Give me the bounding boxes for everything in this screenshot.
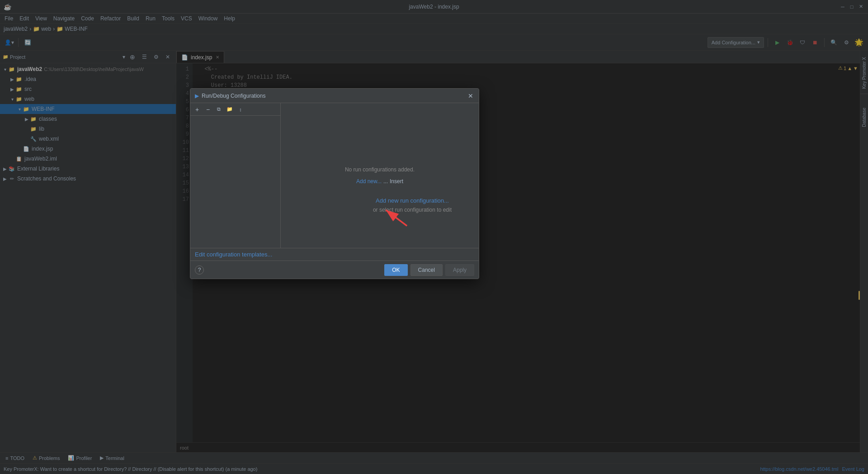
modal-tree-area xyxy=(190,116,280,248)
modal-close-button[interactable]: ✕ xyxy=(467,92,474,100)
modal-left-panel: + − ⧉ 📁 ↕ xyxy=(190,103,281,248)
modal-copy-button[interactable]: ⧉ xyxy=(214,105,224,114)
modal-insert-label: Insert xyxy=(390,178,403,185)
modal-folder-button[interactable]: 📁 xyxy=(225,105,235,114)
modal-add-config-link[interactable]: Add new run configuration... xyxy=(376,197,449,204)
modal-right-content: Add new run configuration... or select r… xyxy=(373,197,452,213)
modal-right-panel: No run configurations added. Add new... … xyxy=(281,103,479,248)
modal-title: ▶ Run/Debug Configurations xyxy=(195,93,265,99)
modal-overlay: ▶ Run/Debug Configurations ✕ + − ⧉ 📁 ↕ xyxy=(0,0,868,474)
modal-add-new-link[interactable]: Add new... xyxy=(356,178,382,185)
help-button[interactable]: ? xyxy=(195,265,204,275)
modal-footer: ? OK Cancel Apply xyxy=(190,261,479,279)
modal-add-new-row: Add new... ... Insert xyxy=(356,178,403,185)
run-debug-configurations-dialog: ▶ Run/Debug Configurations ✕ + − ⧉ 📁 ↕ xyxy=(190,88,479,279)
cancel-button[interactable]: Cancel xyxy=(410,264,443,276)
no-config-message: No run configurations added. xyxy=(345,166,415,173)
modal-insert-text: ... xyxy=(383,178,388,185)
modal-right-subtext: or select run configuration to edit xyxy=(373,207,452,213)
modal-title-text: Run/Debug Configurations xyxy=(202,93,265,99)
modal-title-icon: ▶ xyxy=(195,93,199,99)
modal-template-area: Edit configuration templates... xyxy=(190,248,479,261)
ok-button[interactable]: OK xyxy=(384,264,407,276)
edit-templates-link[interactable]: Edit configuration templates... xyxy=(195,251,272,258)
modal-toolbar: + − ⧉ 📁 ↕ xyxy=(190,103,280,116)
modal-add-button[interactable]: + xyxy=(192,105,202,114)
modal-remove-button[interactable]: − xyxy=(203,105,213,114)
apply-button[interactable]: Apply xyxy=(445,264,474,276)
modal-footer-buttons: OK Cancel Apply xyxy=(384,264,474,276)
modal-titlebar: ▶ Run/Debug Configurations ✕ xyxy=(190,89,479,103)
modal-sort-button[interactable]: ↕ xyxy=(236,105,245,114)
modal-body: + − ⧉ 📁 ↕ xyxy=(190,103,479,248)
